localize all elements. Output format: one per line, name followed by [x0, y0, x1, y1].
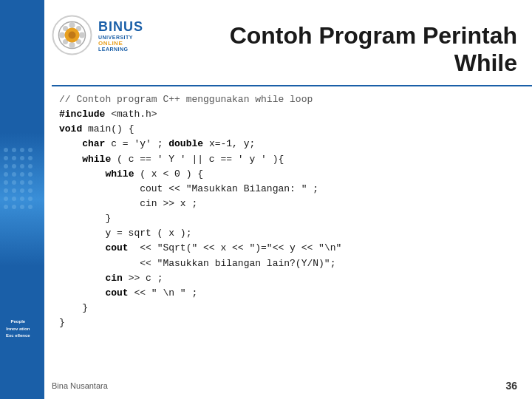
code-line-2: #include <math.h> — [59, 107, 517, 122]
sidebar-decorative-dots — [4, 148, 34, 211]
code-line-5: while ( c == ' Y ' || c == ' y ' ){ — [59, 152, 517, 167]
code-line-10: y = sqrt ( x ); — [59, 226, 517, 241]
code-line-7: cout << "Masukkan Bilangan: " ; — [59, 182, 517, 197]
code-line-13: cin >> c ; — [59, 271, 517, 286]
code-line-9: } — [59, 211, 517, 226]
sidebar: People Innov ation Exc ellence — [0, 0, 44, 399]
logo-area: BINUS UNIVERSITY ONLINE LEARNING — [52, 15, 140, 55]
svg-point-2 — [69, 22, 75, 28]
footer-page-number: 36 — [505, 380, 517, 392]
code-line-12: << "Masukkan bilangan lain?(Y/N)"; — [59, 256, 517, 271]
footer: Bina Nusantara 36 — [52, 380, 517, 392]
university-label: UNIVERSITY — [98, 35, 143, 40]
code-line-8: cin >> x ; — [59, 197, 517, 211]
page-title: Contoh Program Perintah While — [170, 22, 517, 77]
code-line-14: cout << " \n " ; — [59, 286, 517, 301]
svg-point-5 — [79, 33, 85, 38]
code-line-11: cout << "Sqrt(" << x << ")="<< y << "\n" — [59, 241, 517, 256]
code-line-1: // Contoh program C++ menggunakan while … — [59, 92, 517, 107]
binus-logo-icon — [52, 15, 92, 55]
code-line-6: while ( x < 0 ) { — [59, 167, 517, 182]
online-label: ONLINE — [98, 40, 143, 47]
header-divider — [52, 85, 532, 86]
pie-text: People Innov ation Exc ellence — [6, 318, 30, 340]
binus-label: BINUS — [98, 19, 143, 35]
learning-label: LEARNING — [98, 47, 143, 52]
svg-point-11 — [69, 32, 76, 39]
footer-brand: Bina Nusantara — [52, 381, 108, 390]
code-block: // Contoh program C++ menggunakan while … — [59, 92, 517, 362]
svg-point-3 — [69, 42, 75, 48]
code-line-15: } — [59, 301, 517, 316]
svg-point-4 — [59, 33, 65, 38]
code-line-16: } — [59, 316, 517, 330]
code-line-3: void main() { — [59, 122, 517, 137]
code-line-4: char c = 'y' ; double x=-1, y; — [59, 137, 517, 151]
